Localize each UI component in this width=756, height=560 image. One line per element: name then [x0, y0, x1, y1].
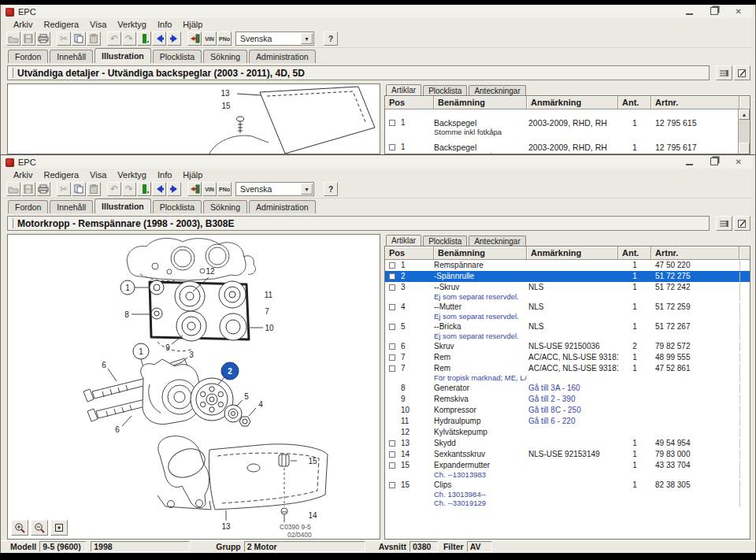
part-label-5[interactable]: 5 [244, 392, 249, 401]
copy-button[interactable] [72, 32, 86, 46]
marker-button[interactable] [137, 182, 151, 196]
table-row[interactable]: 13Skydd149 54 954 [385, 438, 750, 449]
language-select[interactable]: Svenska ▼ [235, 32, 314, 46]
back-button[interactable] [152, 32, 166, 46]
part-label-15[interactable]: 15 [308, 457, 317, 465]
zoom-fit-button[interactable] [50, 520, 68, 536]
part-label-6a[interactable]: 6 [102, 361, 106, 369]
tab-sokning[interactable]: Sökning [203, 50, 247, 63]
row-checkbox[interactable] [389, 343, 395, 350]
minimize-button[interactable] [686, 8, 693, 17]
tab-illustration[interactable]: Illustration [94, 48, 151, 63]
menu-hjalp[interactable]: Hjälp [177, 170, 208, 180]
row-checkbox[interactable] [389, 284, 395, 291]
print-illustration-button[interactable] [716, 65, 732, 80]
row-checkbox[interactable] [389, 120, 395, 126]
menu-info[interactable]: Info [152, 170, 177, 180]
row-checkbox[interactable] [389, 354, 395, 361]
scroll-up-icon[interactable]: ▲ [739, 109, 750, 120]
row-checkbox[interactable] [389, 273, 395, 280]
language-select[interactable]: Svenska ▼ [235, 182, 314, 196]
part-label-14[interactable]: 14 [308, 511, 317, 520]
row-checkbox[interactable] [389, 440, 395, 447]
paste-button[interactable] [87, 32, 101, 46]
cut-button[interactable]: ✂ [57, 182, 71, 196]
exit-button[interactable] [187, 182, 202, 196]
illustration-panel-back[interactable]: 13 15 [7, 83, 380, 154]
edit-note-button[interactable] [734, 216, 750, 231]
tab-innehall[interactable]: Innehåll [50, 200, 93, 213]
table-row[interactable]: 3--SkruvEj som separat reservdel.NLS151 … [385, 282, 750, 302]
table-row[interactable]: 7RemAC/ACC, NLS-USE 93181720148 99 555 [385, 352, 750, 363]
hotspot-1-upper[interactable]: 1 [120, 280, 135, 295]
part-label-11[interactable]: 11 [265, 291, 273, 299]
save-button[interactable] [21, 182, 35, 196]
chevron-down-icon[interactable]: ▼ [301, 184, 313, 195]
row-checkbox[interactable] [389, 451, 395, 458]
part-label-9[interactable]: 9 [165, 343, 170, 352]
save-button[interactable] [21, 32, 35, 46]
part-label-4[interactable]: 4 [258, 400, 263, 409]
table-row[interactable]: 15ExpandermutterCh. --13013983143 33 704 [385, 460, 750, 480]
restore-button[interactable] [710, 158, 718, 167]
tab-illustration[interactable]: Illustration [94, 198, 151, 213]
zoom-out-button[interactable] [31, 520, 48, 536]
restore-button[interactable] [710, 7, 718, 17]
panel-tab-plocklista[interactable]: Plocklista [423, 235, 467, 247]
table-row[interactable]: 8GeneratorGå till 3A - 160 [385, 383, 750, 394]
row-checkbox[interactable] [389, 144, 395, 150]
table-row[interactable]: 6SkruvNLS-USE 92150036279 82 572 [385, 341, 750, 352]
edit-note-button[interactable] [734, 65, 750, 80]
part-label-6b[interactable]: 6 [115, 425, 120, 434]
exit-button[interactable] [187, 32, 202, 46]
print-button[interactable] [36, 182, 50, 196]
copy-button[interactable] [72, 182, 86, 196]
part-label-12[interactable]: 12 [206, 267, 215, 276]
menu-redigera[interactable]: Redigera [38, 20, 84, 29]
table-row[interactable]: 9RemskivaGå till 2 - 390 [385, 394, 750, 405]
undo-button[interactable]: ↶ [107, 182, 121, 196]
panel-tab-anteckningar[interactable]: Anteckningar [469, 85, 525, 96]
table-row[interactable]: 15ClipsCh. 13013984--Ch. --33019129182 3… [385, 480, 750, 508]
tab-administration[interactable]: Administration [249, 200, 316, 213]
close-button[interactable]: ✕ [736, 8, 742, 16]
vin-button[interactable]: VIN [202, 32, 217, 46]
vin-button[interactable]: VIN [202, 182, 217, 196]
menu-info[interactable]: Info [152, 20, 177, 29]
part-label-13[interactable]: 13 [220, 89, 230, 98]
row-checkbox[interactable] [389, 262, 395, 269]
tab-fordon[interactable]: Fordon [8, 50, 48, 63]
paste-button[interactable] [87, 182, 101, 196]
tab-administration[interactable]: Administration [249, 50, 316, 63]
minimize-button[interactable] [686, 158, 693, 167]
marker-button[interactable] [137, 32, 151, 46]
table-row[interactable]: 5--BrickaEj som separat reservdel.NLS151… [385, 321, 750, 341]
forward-button[interactable] [167, 182, 181, 196]
table-row[interactable]: 11HydraulpumpGå till 6 - 220 [385, 416, 750, 427]
forward-button[interactable] [167, 32, 181, 46]
tab-plocklista[interactable]: Plocklista [153, 50, 202, 63]
scrollbar[interactable]: ▲ [738, 109, 750, 154]
hotspot-1-lower[interactable]: 1 [133, 343, 149, 359]
panel-tab-artiklar[interactable]: Artiklar [386, 84, 421, 96]
zoom-in-button[interactable] [11, 520, 28, 536]
undo-button[interactable]: ↶ [107, 32, 121, 46]
help-button[interactable]: ? [324, 32, 338, 46]
menu-visa[interactable]: Visa [84, 20, 112, 29]
chevron-down-icon[interactable]: ▼ [301, 33, 313, 44]
tab-innehall[interactable]: Innehåll [50, 50, 93, 63]
table-row[interactable]: 1BackspegelStomme inkl fotkåpa2003-2009,… [385, 141, 750, 154]
menu-hjalp[interactable]: Hjälp [177, 20, 208, 29]
table-row[interactable]: 4--MutterEj som separat reservdel.NLS151… [385, 302, 750, 321]
part-label-10[interactable]: 10 [265, 324, 274, 332]
table-row[interactable]: 10KompressorGå till 8C - 250 [385, 405, 750, 416]
print-button[interactable] [36, 32, 50, 46]
panel-tab-artiklar[interactable]: Artiklar [386, 235, 421, 247]
row-checkbox[interactable] [389, 304, 395, 310]
hotspot-2-selected[interactable]: 2 [221, 362, 239, 380]
part-label-3[interactable]: 3 [189, 350, 194, 359]
menu-redigera[interactable]: Redigera [38, 170, 84, 180]
cut-button[interactable]: ✂ [57, 32, 71, 46]
redo-button[interactable]: ↷ [122, 182, 136, 196]
scroll-thumb[interactable] [739, 143, 750, 154]
